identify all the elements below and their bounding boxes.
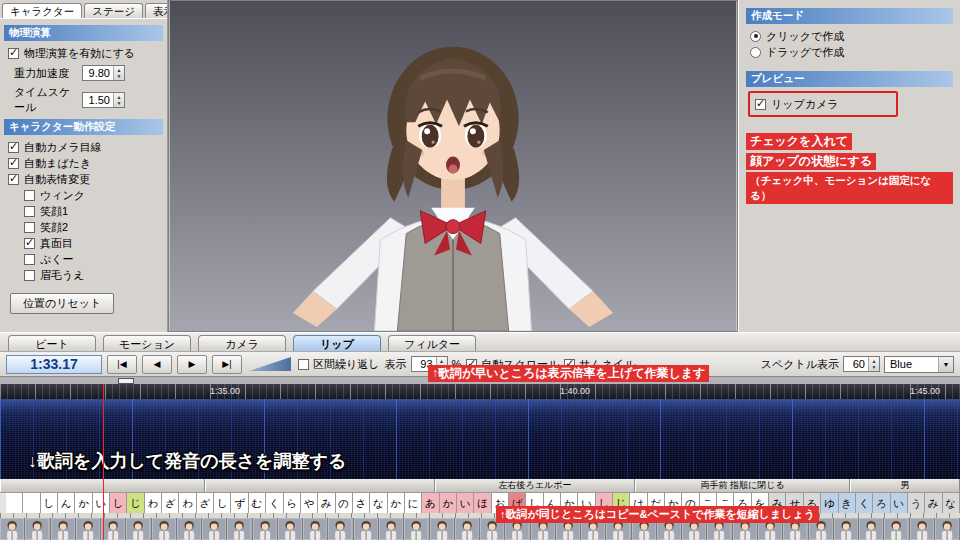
motion-option-8[interactable]: 眉毛うえ: [24, 267, 163, 283]
pose-thumbnail[interactable]: [51, 518, 76, 540]
lyric-cell-10[interactable]: わ: [179, 493, 196, 513]
checkbox[interactable]: [8, 142, 19, 153]
lyric-cell-4[interactable]: か: [75, 493, 92, 513]
lyric-cell-9[interactable]: ざ: [162, 493, 179, 513]
lyric-cell-22[interactable]: か: [388, 493, 405, 513]
lyric-cell-48[interactable]: き: [839, 493, 856, 513]
checkbox[interactable]: [8, 158, 19, 169]
lyric-cell-52[interactable]: う: [908, 493, 925, 513]
lyric-cell-19[interactable]: の: [336, 493, 353, 513]
lyric-cell-5[interactable]: い: [93, 493, 110, 513]
motion-option-2[interactable]: 自動表情変更: [8, 171, 163, 187]
lyric-cell-12[interactable]: し: [214, 493, 231, 513]
spectrogram[interactable]: ↓歌詞を入力して発音の長さを調整する: [0, 399, 960, 479]
pose-thumbnail[interactable]: [430, 518, 455, 540]
pose-thumbnail[interactable]: [404, 518, 429, 540]
lyric-cell-49[interactable]: く: [856, 493, 873, 513]
spinner-arrows-icon[interactable]: ▲▼: [113, 66, 124, 80]
pose-thumbnail[interactable]: [935, 518, 960, 540]
create-mode-click-row[interactable]: クリックで作成: [750, 28, 953, 44]
pose-thumbnail[interactable]: [126, 518, 151, 540]
motion-option-1[interactable]: 自動まばたき: [8, 155, 163, 171]
timeline-tab-3[interactable]: リップ: [293, 335, 381, 351]
motion-segment-3[interactable]: 両手前 指順に閉じる: [635, 479, 850, 492]
pose-thumbnail[interactable]: [202, 518, 227, 540]
checkbox[interactable]: [24, 254, 35, 265]
checkbox[interactable]: [24, 222, 35, 233]
position-reset-button[interactable]: 位置のリセット: [10, 293, 114, 314]
lyric-cell-16[interactable]: ら: [284, 493, 301, 513]
lyric-cell-3[interactable]: ん: [58, 493, 75, 513]
play-button[interactable]: ▶: [177, 355, 207, 374]
speed-wedge-icon[interactable]: [249, 357, 291, 371]
lip-camera-checkbox[interactable]: [755, 99, 766, 110]
pose-thumbnail[interactable]: [354, 518, 379, 540]
pose-thumbnail[interactable]: [303, 518, 328, 540]
lyric-cell-13[interactable]: ず: [231, 493, 248, 513]
pose-thumbnail[interactable]: [834, 518, 859, 540]
physics-enable-checkbox[interactable]: [8, 48, 19, 59]
checkbox[interactable]: [24, 238, 35, 249]
lyric-cell-18[interactable]: み: [318, 493, 335, 513]
timeline-tab-1[interactable]: モーション: [103, 335, 191, 351]
tab-character[interactable]: キャラクター: [2, 3, 82, 18]
pose-thumbnail[interactable]: [455, 518, 480, 540]
lyric-cell-2[interactable]: し: [41, 493, 58, 513]
motion-option-5[interactable]: 笑顔2: [24, 219, 163, 235]
motion-option-4[interactable]: 笑顔1: [24, 203, 163, 219]
lyric-cell-54[interactable]: な: [943, 493, 960, 513]
lyric-cell-27[interactable]: ほ: [474, 493, 491, 513]
lyric-cell-26[interactable]: い: [457, 493, 474, 513]
checkbox[interactable]: [24, 270, 35, 281]
lip-camera-row[interactable]: リップカメラ: [755, 96, 891, 112]
lyric-cell-6[interactable]: しょ: [110, 493, 127, 513]
tab-stage[interactable]: ステージ: [84, 3, 143, 18]
spectrum-color-select[interactable]: Blue ▼: [884, 356, 954, 373]
lyric-cell-51[interactable]: い: [891, 493, 908, 513]
pose-thumbnail[interactable]: [253, 518, 278, 540]
create-mode-drag-row[interactable]: ドラッグで作成: [750, 44, 953, 60]
step-back-button[interactable]: ◀: [142, 355, 172, 374]
pose-thumbnail[interactable]: [910, 518, 935, 540]
spectrum-stepper[interactable]: 60 ▲▼: [843, 356, 880, 372]
pose-thumbnail[interactable]: [379, 518, 404, 540]
timescale-stepper[interactable]: 1.50 ▲▼: [82, 92, 125, 108]
lyric-cell-50[interactable]: ろ: [873, 493, 890, 513]
pose-thumbnail[interactable]: [0, 518, 25, 540]
pose-thumbnail[interactable]: [278, 518, 303, 540]
lyric-cell-25[interactable]: か: [440, 493, 457, 513]
gravity-stepper[interactable]: 9.80 ▲▼: [82, 65, 125, 81]
checkbox[interactable]: [24, 190, 35, 201]
timeline-tab-4[interactable]: フィルター: [388, 335, 476, 351]
motion-option-3[interactable]: ウィンク: [24, 187, 163, 203]
timeline-tab-0[interactable]: ビート: [8, 335, 96, 351]
create-click-radio[interactable]: [750, 31, 761, 42]
lyric-cell-23[interactable]: に: [405, 493, 422, 513]
lyric-cell-11[interactable]: ざ: [197, 493, 214, 513]
viewport-3d[interactable]: [168, 0, 738, 332]
pose-thumbnail[interactable]: [884, 518, 909, 540]
motion-option-6[interactable]: 真面目: [24, 235, 163, 251]
lyric-cell-20[interactable]: さ: [353, 493, 370, 513]
go-start-button[interactable]: |◀: [107, 355, 137, 374]
pose-thumbnail[interactable]: [227, 518, 252, 540]
spinner-arrows-icon[interactable]: ▲▼: [113, 93, 124, 107]
pose-thumbnail[interactable]: [152, 518, 177, 540]
lyric-cell-17[interactable]: や: [301, 493, 318, 513]
pose-thumbnail[interactable]: [101, 518, 126, 540]
checkbox[interactable]: [8, 174, 19, 185]
pose-thumbnail[interactable]: [76, 518, 101, 540]
lyric-cell-21[interactable]: な: [370, 493, 387, 513]
lyric-cell-1[interactable]: [23, 493, 40, 513]
spinner-arrows-icon[interactable]: ▲▼: [868, 357, 879, 371]
lyric-cell-8[interactable]: わ: [145, 493, 162, 513]
motion-segment-1[interactable]: [205, 479, 435, 492]
go-end-button[interactable]: ▶|: [212, 355, 242, 374]
chevron-down-icon[interactable]: ▼: [938, 357, 953, 372]
lyric-cell-0[interactable]: [6, 493, 23, 513]
loop-checkbox[interactable]: [298, 359, 309, 370]
lyric-cell-53[interactable]: み: [925, 493, 942, 513]
pose-thumbnail[interactable]: [177, 518, 202, 540]
checkbox[interactable]: [24, 206, 35, 217]
lyric-cell-24[interactable]: あ: [422, 493, 439, 513]
